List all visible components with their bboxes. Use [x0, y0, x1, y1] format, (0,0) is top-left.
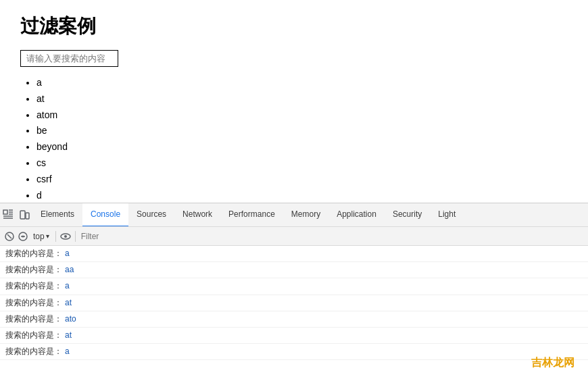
watermark: 吉林龙网 [531, 356, 574, 370]
item-list: aatatombebeyondcscsrfddddd [20, 75, 568, 220]
page-title: 过滤案例 [20, 14, 568, 39]
log-entry: 搜索的内容是：aa [0, 262, 588, 278]
tab-lighthouse[interactable]: Light [430, 203, 464, 227]
log-entry: 搜索的内容是：a [0, 246, 588, 262]
log-prefix: 搜索的内容是： [5, 280, 62, 293]
log-entry: 搜索的内容是：ato [0, 311, 588, 328]
list-item: cs [36, 155, 568, 172]
log-prefix: 搜索的内容是： [5, 313, 62, 326]
log-prefix: 搜索的内容是： [5, 329, 62, 342]
clear-console-button[interactable] [3, 230, 16, 243]
context-label: top [33, 232, 45, 241]
log-prefix: 搜索的内容是： [5, 247, 62, 260]
log-value: at [65, 329, 72, 342]
log-value: a [65, 280, 70, 293]
toolbar-divider [55, 231, 56, 242]
devtools-toolbar: top ▾ [0, 227, 588, 246]
svg-point-14 [64, 235, 67, 238]
log-entry: 搜索的内容是：a [0, 278, 588, 295]
log-entry: 搜索的内容是：a [0, 344, 588, 360]
log-prefix: 搜索的内容是： [5, 345, 62, 358]
inspect-element-icon[interactable] [0, 207, 16, 223]
log-entry: 搜索的内容是：at [0, 328, 588, 344]
tab-security[interactable]: Security [385, 203, 430, 227]
device-toolbar-icon[interactable] [16, 207, 32, 223]
svg-line-9 [7, 234, 11, 238]
chevron-down-icon: ▾ [46, 232, 49, 240]
log-value: aa [65, 263, 74, 276]
svg-rect-6 [20, 211, 25, 219]
console-log-area: 搜索的内容是：a搜索的内容是：aa搜索的内容是：a搜索的内容是：at搜索的内容是… [0, 246, 588, 381]
tab-elements[interactable]: Elements [32, 203, 82, 227]
toggle-eager-evaluation-button[interactable] [59, 230, 72, 243]
javascript-context-selector[interactable]: top ▾ [30, 230, 53, 243]
log-value: at [65, 297, 72, 309]
list-item: at [36, 91, 568, 107]
log-value: a [65, 345, 70, 358]
log-prefix: 搜索的内容是： [5, 297, 62, 309]
log-prefix: 搜索的内容是： [5, 263, 62, 276]
svg-rect-7 [26, 213, 29, 219]
log-value: ato [65, 313, 76, 326]
log-entry: 搜索的内容是：at [0, 295, 588, 311]
tab-memory[interactable]: Memory [283, 203, 328, 227]
search-input[interactable] [20, 50, 118, 67]
tab-sources[interactable]: Sources [128, 203, 174, 227]
tab-network[interactable]: Network [174, 203, 220, 227]
svg-point-12 [22, 235, 24, 237]
show-console-sidebar-button[interactable] [16, 230, 30, 243]
list-item: a [36, 75, 568, 91]
console-filter-input[interactable] [78, 232, 585, 241]
tab-application[interactable]: Application [328, 203, 385, 227]
tab-performance[interactable]: Performance [220, 203, 283, 227]
log-value: a [65, 247, 70, 260]
list-item: csrf [36, 172, 568, 188]
main-content: 过滤案例 aatatombebeyondcscsrfddddd [0, 0, 588, 203]
devtools-panel: Elements Console Sources Network Perform… [0, 203, 588, 381]
list-item: be [36, 123, 568, 139]
list-item: atom [36, 107, 568, 124]
devtools-tabs: Elements Console Sources Network Perform… [0, 203, 588, 227]
list-item: beyond [36, 139, 568, 155]
svg-rect-0 [3, 210, 7, 214]
tab-console[interactable]: Console [82, 203, 128, 227]
list-item: d [36, 188, 568, 204]
toolbar-divider-2 [75, 231, 76, 242]
